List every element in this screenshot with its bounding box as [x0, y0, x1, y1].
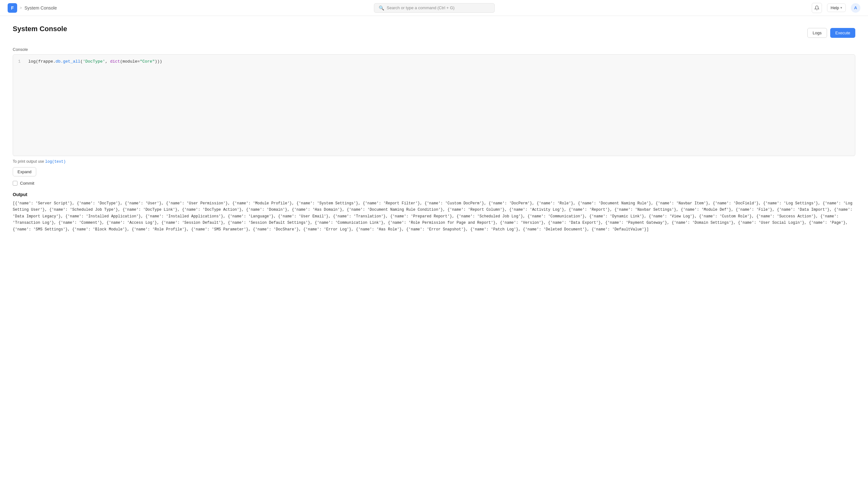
page-header: System Console Logs Execute	[13, 25, 855, 41]
chevron-down-icon: ▾	[840, 6, 842, 10]
breadcrumb-separator: >	[20, 6, 22, 10]
search-icon: 🔍	[379, 5, 384, 11]
console-label: Console	[13, 47, 855, 52]
search-bar[interactable]: 🔍 Search or type a command (Ctrl + G)	[374, 3, 495, 13]
output-content: [{'name': 'Server Script'}, {'name': 'Do…	[13, 200, 855, 233]
search-placeholder: Search or type a command (Ctrl + G)	[387, 5, 455, 10]
commit-label: Commit	[20, 181, 34, 186]
hint-text: To print output use log(text)	[13, 159, 855, 164]
line-number: 1	[18, 59, 23, 64]
hint-link: log(text)	[45, 160, 66, 164]
execute-button[interactable]: Execute	[830, 28, 855, 38]
expand-button[interactable]: Expand	[13, 167, 36, 177]
nav-right: Help ▾ A	[812, 3, 860, 13]
app-icon[interactable]: F	[8, 3, 17, 13]
top-navigation: F > System Console 🔍 Search or type a co…	[0, 0, 868, 16]
code-content: log(frappe.db.get_all('DocType', dict(mo…	[28, 59, 162, 64]
notifications-button[interactable]	[812, 3, 822, 13]
help-button[interactable]: Help ▾	[827, 3, 846, 12]
page-title: System Console	[13, 25, 67, 33]
main-content: System Console Logs Execute Console 1 lo…	[0, 16, 868, 242]
nav-center: 🔍 Search or type a command (Ctrl + G)	[57, 3, 812, 13]
avatar[interactable]: A	[851, 3, 860, 13]
logs-button[interactable]: Logs	[807, 28, 827, 38]
header-actions: Logs Execute	[807, 28, 855, 38]
commit-checkbox[interactable]	[13, 181, 17, 186]
code-editor[interactable]: 1 log(frappe.db.get_all('DocType', dict(…	[13, 54, 855, 156]
breadcrumb: System Console	[24, 5, 57, 11]
nav-left: F > System Console	[8, 3, 57, 13]
code-line-1: 1 log(frappe.db.get_all('DocType', dict(…	[18, 59, 850, 64]
commit-row: Commit	[13, 181, 855, 186]
output-label: Output	[13, 192, 855, 197]
